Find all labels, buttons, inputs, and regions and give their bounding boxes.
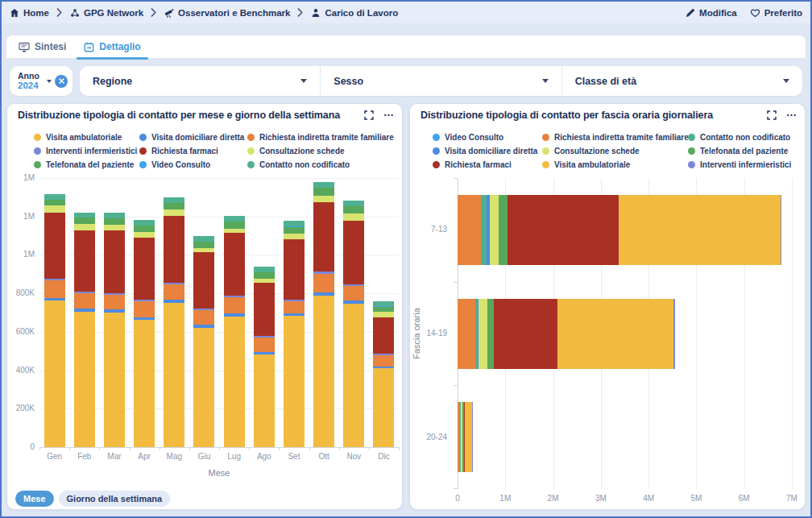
- tab-label: Dettaglio: [99, 41, 140, 52]
- bar-segment-richiesta-farmaci: [494, 299, 557, 369]
- legend-item-interventi-infermieristici[interactable]: Interventi infermieristici: [34, 144, 139, 158]
- legend-item-visita-ambulatoriale[interactable]: Visita ambulatoriale: [542, 158, 688, 172]
- stacked-bar-set[interactable]: [284, 221, 304, 447]
- legend-item-consultazione-schede[interactable]: Consultazione schede: [247, 144, 399, 158]
- card-header: Distribuzione tipologia di contatto per …: [420, 110, 797, 121]
- stacked-bar-apr[interactable]: [134, 220, 155, 447]
- monitor-icon: [19, 42, 30, 52]
- bar-segment-consultazione-schede: [164, 209, 184, 215]
- legend-item-richiesta-indiretta-tramite-familiare[interactable]: Richiesta indiretta tramite familiare: [247, 131, 399, 144]
- legend-item-interventi-infermieristici[interactable]: Interventi infermieristici: [688, 158, 802, 172]
- fullscreen-icon: [767, 110, 777, 120]
- stacked-bar-nov[interactable]: [343, 201, 364, 447]
- x-tick-mark: [69, 447, 70, 450]
- legend-item-contatto-non-codificato[interactable]: Contatto non codificato: [688, 131, 802, 144]
- legend-item-video-consulto[interactable]: Video Consulto: [433, 131, 542, 144]
- bar-segment-richiesta-indiretta-tramite-familiare: [343, 286, 364, 300]
- legend-label: Visita ambulatoriale: [554, 160, 630, 169]
- stacked-bar-dic[interactable]: [373, 301, 394, 447]
- stacked-bar-20-24[interactable]: [458, 402, 472, 472]
- anno-filter-text: Anno 2024: [18, 71, 44, 91]
- filter-regione[interactable]: Regione: [80, 66, 320, 96]
- more-options-button[interactable]: [383, 110, 394, 120]
- x-tick-label: 4M: [643, 494, 654, 503]
- legend-item-visita-ambulatoriale[interactable]: Visita ambulatoriale: [34, 131, 139, 144]
- x-tick-label: 6M: [739, 494, 750, 503]
- legend-item-telefonata-del-paziente[interactable]: Telefonata del paziente: [688, 144, 802, 158]
- legend-dot: [433, 134, 440, 141]
- stacked-bar-gen[interactable]: [44, 194, 65, 447]
- close-icon: [58, 77, 65, 85]
- stacked-bar-ago[interactable]: [254, 267, 275, 447]
- legend-item-richiesta-farmaci[interactable]: Richiesta farmaci: [433, 158, 542, 172]
- chip-mese[interactable]: Mese: [15, 491, 54, 507]
- y-tick-label: 1M: [7, 173, 35, 182]
- y-tick-label: 800K: [7, 288, 35, 297]
- x-tick-label: 1M: [499, 494, 511, 503]
- breadcrumb-item-osservatori-e-benchmark[interactable]: Osservatori e Benchmark: [164, 8, 290, 18]
- fullscreen-button[interactable]: [767, 110, 777, 120]
- bar-segment-richiesta-indiretta-tramite-familiare: [458, 195, 481, 265]
- legend-item-consultazione-schede[interactable]: Consultazione schede: [542, 144, 688, 158]
- anno-filter[interactable]: Anno 2024: [10, 66, 72, 96]
- bar-segment-interventi-infermieristici: [673, 299, 675, 369]
- filter-classe-di-et[interactable]: Classe di età: [561, 66, 802, 96]
- legend: Visita ambulatorialeVisita domiciliare d…: [34, 131, 399, 172]
- bar-segment-richiesta-indiretta-tramite-familiare: [313, 274, 334, 293]
- y-tick-label: 0: [7, 442, 35, 451]
- modifica-button[interactable]: Modifica: [686, 8, 737, 18]
- filter-label: Regione: [93, 76, 300, 87]
- filter-label: Classe di età: [575, 76, 783, 87]
- fullscreen-button[interactable]: [364, 110, 374, 120]
- x-tick-label: Ago: [249, 452, 279, 461]
- bar-segment-richiesta-indiretta-tramite-familiare: [224, 297, 245, 313]
- bar-segment-visita-ambulatoriale: [164, 303, 184, 447]
- filter-sesso[interactable]: Sesso: [320, 66, 561, 96]
- bar-segment-consultazione-schede: [104, 225, 125, 231]
- bar-segment-richiesta-indiretta-tramite-familiare: [458, 299, 475, 369]
- tab-dettaglio[interactable]: Dettaglio: [75, 35, 149, 58]
- legend-item-richiesta-indiretta-tramite-familiare[interactable]: Richiesta indiretta tramite familiare: [542, 131, 688, 144]
- bar-segment-richiesta-farmaci: [313, 202, 334, 272]
- stacked-bar-7-13[interactable]: [458, 195, 781, 265]
- bar-segment-richiesta-farmaci: [373, 317, 394, 354]
- stacked-bar-feb[interactable]: [74, 213, 95, 447]
- bar-segment-telefonata-del-paziente: [284, 227, 304, 234]
- legend-dot: [139, 134, 147, 141]
- stacked-bar-mag[interactable]: [164, 197, 184, 447]
- bar-segment-richiesta-farmaci: [224, 233, 245, 296]
- more-options-button[interactable]: [786, 110, 797, 120]
- legend-item-video-consulto[interactable]: Video Consulto: [139, 158, 247, 172]
- stacked-bar-giu[interactable]: [193, 236, 214, 447]
- bar-segment-contatto-non-codificato: [373, 301, 394, 307]
- tab-sintesi[interactable]: Sintesi: [10, 35, 75, 58]
- card-month-chart: Distribuzione tipologia di contatto per …: [6, 103, 403, 510]
- chevron-down-icon[interactable]: [47, 80, 52, 83]
- legend-item-visita-domiciliare-diretta[interactable]: Visita domiciliare diretta: [433, 144, 542, 158]
- bar-segment-richiesta-indiretta-tramite-familiare: [164, 284, 184, 300]
- stacked-bar-lug[interactable]: [224, 216, 245, 447]
- legend-dot: [34, 161, 41, 168]
- preferito-button[interactable]: Preferito: [750, 8, 802, 18]
- bar-segment-visita-ambulatoriale: [104, 313, 125, 447]
- anno-clear-button[interactable]: [55, 75, 68, 88]
- legend: Video ConsultoRichiesta indiretta tramit…: [433, 131, 802, 172]
- legend-item-richiesta-farmaci[interactable]: Richiesta farmaci: [139, 144, 247, 158]
- fullscreen-icon: [364, 110, 374, 120]
- legend-label: Consultazione schede: [554, 147, 640, 155]
- x-tick-label: Dic: [369, 452, 399, 461]
- legend-item-telefonata-del-paziente[interactable]: Telefonata del paziente: [34, 158, 139, 172]
- bar-segment-richiesta-farmaci: [164, 216, 184, 283]
- stacked-bar-mar[interactable]: [104, 213, 125, 447]
- ellipsis-icon: [383, 110, 394, 120]
- legend-item-contatto-non-codificato[interactable]: Contatto non codificato: [247, 158, 399, 172]
- legend-item-visita-domiciliare-diretta[interactable]: Visita domiciliare diretta: [139, 131, 247, 144]
- breadcrumb-item-home[interactable]: Home: [10, 8, 49, 18]
- breadcrumb-item-carico-di-lavoro[interactable]: Carico di Lavoro: [311, 8, 398, 18]
- breadcrumb-item-gpg-network[interactable]: GPG Network: [70, 8, 143, 18]
- stacked-bar-14-19[interactable]: [458, 299, 675, 369]
- stacked-bar-ott[interactable]: [313, 182, 334, 447]
- chip-giorno-della-settimana[interactable]: Giorno della settimana: [59, 491, 171, 507]
- legend-dot: [688, 161, 695, 168]
- legend-dot: [542, 134, 549, 141]
